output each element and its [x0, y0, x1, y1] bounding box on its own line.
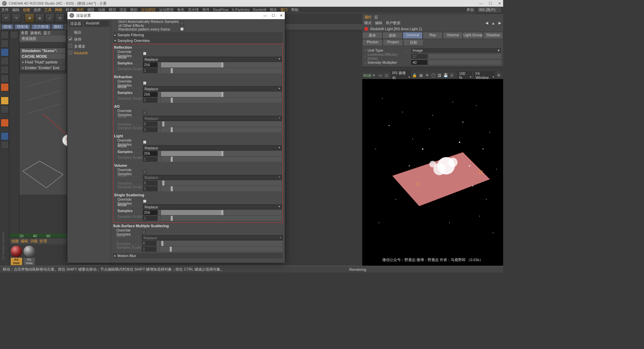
int-mult-slider[interactable]	[429, 60, 501, 65]
light-os-chk[interactable]: ✔	[143, 140, 147, 144]
dlg-min-button[interactable]: —	[263, 13, 267, 18]
refr-samp[interactable]: 256	[143, 92, 158, 97]
rv-region-icon[interactable]: ▭	[378, 72, 383, 79]
rv-pic-icon[interactable]: 🖼	[437, 72, 442, 79]
vp-disp[interactable]: 显示	[43, 31, 51, 36]
ss-samp[interactable]: 256	[143, 210, 158, 215]
aux-btn[interactable]	[10, 31, 18, 39]
vp-cam[interactable]: 摄像机	[30, 31, 41, 36]
unit-type-select[interactable]: Image	[411, 48, 501, 53]
tool-select[interactable]: ✥	[25, 13, 34, 23]
mode-soft[interactable]	[1, 105, 9, 113]
rv-snow-icon[interactable]: ❄	[425, 72, 430, 79]
mode-model[interactable]	[1, 31, 9, 39]
mode-edge[interactable]	[1, 66, 9, 74]
mat-tab-create[interactable]: 创建	[11, 239, 19, 244]
vp-view[interactable]: 查看	[21, 31, 28, 36]
refr-mode[interactable]: Replace	[143, 86, 282, 91]
mode-quant[interactable]	[1, 119, 9, 127]
rv-zoom[interactable]: 100 %	[457, 71, 472, 80]
tab-volume[interactable]: Volume	[443, 32, 463, 39]
attr-user[interactable]: 用户数据	[386, 20, 400, 26]
layout-select[interactable]: RS (用户)	[477, 7, 502, 13]
mode-workplane[interactable]	[1, 48, 9, 56]
tb2-cube[interactable]: 立方体域	[31, 24, 51, 30]
refl-samp-spin[interactable]	[158, 62, 160, 67]
material-2[interactable]: RS Mate	[23, 246, 35, 265]
tool-rotate[interactable]: ⟲	[55, 13, 64, 23]
dlg-close-button[interactable]: ✕	[280, 13, 283, 18]
hdr-sample-filtering[interactable]: Sample Filtering	[113, 32, 283, 38]
mode-lock[interactable]	[1, 132, 9, 140]
attr-tab-attr[interactable]: 属性	[364, 15, 372, 20]
sim-fluid[interactable]: > Fluid "Fluid" particle	[20, 59, 65, 65]
int-mult-val[interactable]: 40	[411, 60, 427, 65]
auto-reduce-check[interactable]	[180, 21, 184, 25]
viewport-3d[interactable]	[19, 74, 66, 195]
tb2-group[interactable]: 组域	[1, 24, 13, 30]
tree-multi[interactable]: 多通道	[69, 43, 109, 50]
refr-os-chk[interactable]: ✔	[143, 81, 147, 85]
rv-list-icon[interactable]: ☰	[449, 72, 454, 79]
vol-os-chk[interactable]	[143, 170, 147, 173]
hdr-sampling-overrides[interactable]: Sampling Overrides	[113, 38, 283, 43]
mode-snap[interactable]	[1, 97, 9, 105]
tree-redshift[interactable]: Redshift	[69, 50, 109, 56]
tree-save[interactable]: ✔保存	[69, 36, 109, 43]
renderer-select[interactable]: Redshift	[84, 20, 109, 27]
rv-lock-icon[interactable]: 🔒	[412, 72, 417, 79]
tab-lightgroup[interactable]: Light Group	[463, 32, 483, 39]
menu-select[interactable]: 选择	[34, 7, 41, 12]
light-mode[interactable]: Replace	[143, 145, 282, 150]
mode-axis[interactable]	[1, 83, 9, 91]
mat-tab-func[interactable]: 功能	[30, 239, 38, 244]
light-slider[interactable]	[161, 151, 282, 156]
tab-ray[interactable]: Ray	[423, 32, 443, 39]
tool-scale[interactable]: ⤢	[45, 13, 54, 23]
tool-undo[interactable]: ↶	[1, 13, 11, 23]
refl-samp[interactable]: 256	[143, 62, 158, 67]
ss-mode[interactable]: Replace	[143, 204, 282, 209]
rv-save-icon[interactable]: 💾	[443, 72, 448, 79]
tab-shadow[interactable]: Shadow	[483, 32, 503, 39]
mode-texture[interactable]	[1, 40, 9, 48]
rv-circle-icon[interactable]: ◯	[431, 72, 436, 79]
tab-project[interactable]: Project	[383, 39, 403, 46]
menu-tools[interactable]: 工具	[44, 7, 52, 12]
tab-coord[interactable]: 坐标	[382, 32, 402, 39]
material-1[interactable]: RS Mate	[11, 246, 22, 265]
rv-gear-icon[interactable]: ⚙	[496, 72, 501, 79]
rv-grid-icon[interactable]: ▦	[418, 72, 423, 79]
tool-redo[interactable]: ↷	[11, 13, 21, 23]
mat-tab-tex[interactable]: 纹理	[40, 239, 47, 244]
rv-fit[interactable]: Fit Window	[474, 71, 495, 80]
mat-tab-edit[interactable]: 编辑	[21, 239, 28, 244]
tb2-sphere[interactable]: 球体域	[14, 24, 30, 30]
window-close-button[interactable]: ✕	[498, 1, 501, 6]
mode-point[interactable]	[1, 57, 9, 65]
rv-rgb-icon[interactable]: RGB	[364, 72, 370, 79]
ss-slider[interactable]	[161, 210, 282, 215]
mode-poly[interactable]	[1, 74, 9, 83]
light-samp[interactable]: 256	[143, 151, 158, 156]
attr-mode[interactable]: 模式	[364, 20, 372, 26]
mode-misc[interactable]	[1, 141, 9, 149]
randomize-check[interactable]: ✔	[180, 27, 184, 31]
menu-help[interactable]: 帮助	[291, 7, 299, 12]
tool-move[interactable]: ⊕	[35, 13, 44, 23]
attr-tab-layer[interactable]: 层	[374, 15, 378, 20]
attr-edit[interactable]: 编辑	[375, 20, 382, 26]
tab-target[interactable]: 目标	[403, 39, 424, 46]
tab-basic[interactable]: 基本	[362, 32, 382, 39]
menu-file[interactable]: 文件	[1, 7, 9, 12]
ssms-os-chk[interactable]	[142, 230, 146, 234]
hdr-motion-blur[interactable]: Motion Blur	[113, 253, 283, 258]
dlg-titlebar[interactable]: 渲染设置 — ☐ ✕	[67, 12, 285, 19]
refr-slider[interactable]	[161, 92, 282, 97]
dlg-max-button[interactable]: ☐	[272, 13, 275, 18]
window-min-button[interactable]: —	[479, 1, 483, 6]
menu-edit[interactable]: 编辑	[12, 7, 19, 12]
refl-mode[interactable]: Replace	[143, 57, 282, 62]
tab-general[interactable]: General	[402, 32, 423, 39]
tab-photon[interactable]: Photon	[362, 39, 383, 46]
